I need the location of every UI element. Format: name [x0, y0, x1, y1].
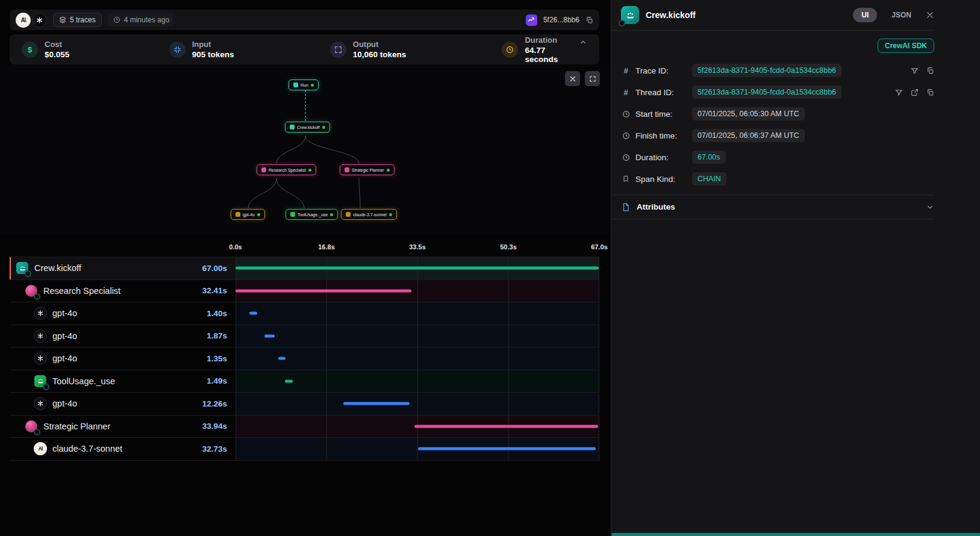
field-label: Start time: — [635, 110, 687, 119]
metric-output-value: 10,060 tokens — [353, 50, 407, 59]
attributes-label: Attributes — [637, 202, 920, 211]
row-name: gpt-4o — [52, 331, 77, 341]
timeline-bar — [414, 425, 598, 428]
field-finish-time: Finish time: 07/01/2025, 06:06:37 AM UTC — [611, 125, 934, 146]
node-label: Run — [301, 83, 308, 87]
hash-icon: # — [621, 88, 631, 97]
graph-node-run[interactable]: Run — [289, 79, 319, 90]
row-duration: 1.35s — [207, 354, 236, 363]
row-duration: 33.94s — [202, 422, 236, 431]
traces-count-badge[interactable]: 5 traces — [53, 13, 102, 27]
node-type-icon — [261, 167, 266, 172]
node-status-dot — [308, 169, 311, 172]
node-status-dot — [387, 169, 390, 172]
panel-header: Crew.kickoff UI JSON — [611, 0, 934, 30]
filter-icon[interactable] — [895, 89, 903, 96]
node-status-dot — [322, 126, 325, 129]
timeline-row[interactable]: A\ claude-3.7-sonnet 32.73s — [10, 438, 599, 461]
timeline-row[interactable]: gpt-4o 1.35s — [10, 347, 599, 370]
node-label: Research Specialist — [269, 168, 306, 172]
node-status-dot — [257, 213, 260, 216]
graph-node-toolusage[interactable]: ToolUsage._use — [286, 209, 338, 220]
metric-input-label: Input — [192, 40, 234, 49]
axis-tick: 16.8s — [318, 243, 335, 251]
anthropic-icon: A\ — [34, 442, 47, 455]
trace-graph[interactable]: Run Crew.kickoff Research Specialist Str… — [0, 64, 611, 234]
duration-value: 67.00s — [692, 151, 726, 164]
timeline-waterfall: 0.0s 16.8s 33.5s 50.3s 67.0s Crew.kicko — [10, 240, 599, 461]
copy-trace-id-button[interactable] — [585, 16, 593, 24]
copy-icon[interactable] — [926, 89, 934, 96]
field-label: Trace ID: — [635, 66, 687, 75]
node-label: Strategic Planner — [352, 168, 384, 172]
field-duration: Duration: 67.00s — [611, 146, 934, 168]
collapse-metrics-button[interactable] — [579, 38, 587, 48]
axis-tick: 0.0s — [229, 243, 242, 251]
tab-ui[interactable]: UI — [853, 8, 877, 22]
graph-node-crew-kickoff[interactable]: Crew.kickoff — [285, 122, 330, 132]
attributes-section-header[interactable]: Attributes — [611, 195, 934, 219]
chevron-up-icon — [579, 38, 587, 46]
panel-title: Crew.kickoff — [646, 10, 696, 20]
trending-up-icon — [528, 16, 535, 23]
metric-cost: $ Cost $0.055 — [22, 40, 169, 59]
external-link-icon[interactable] — [911, 89, 919, 96]
tab-json[interactable]: JSON — [891, 11, 911, 19]
expand-graph-button[interactable] — [585, 71, 600, 86]
thread-id-value[interactable]: 5f2613da-8371-9405-fcdd-0a1534cc8bb6 — [692, 86, 841, 99]
time-ago-label: 4 minutes ago — [124, 16, 169, 24]
row-name: gpt-4o — [52, 399, 77, 408]
field-label: Duration: — [635, 153, 687, 162]
row-name: gpt-4o — [52, 354, 77, 363]
timeline-bar — [343, 402, 410, 405]
agentops-badge-icon — [34, 429, 40, 435]
trend-icon-button[interactable] — [526, 14, 537, 26]
row-duration: 1.49s — [207, 376, 236, 385]
timeline-bar — [264, 334, 275, 337]
close-panel-button[interactable] — [926, 11, 934, 19]
timeline-row[interactable]: gpt-4o 1.40s — [10, 302, 599, 325]
timeline-row[interactable]: gpt-4o 12.26s — [10, 393, 599, 416]
openai-icon — [34, 352, 47, 365]
timeline-row[interactable]: Research Specialist 32.41s — [10, 280, 599, 303]
start-time-value: 07/01/2025, 06:05:30 AM UTC — [692, 107, 805, 120]
trace-short-id: 5f26...8bb6 — [543, 16, 579, 24]
chevron-down-icon[interactable] — [926, 203, 934, 211]
crewai-icon — [16, 261, 29, 275]
openai-icon — [34, 307, 47, 320]
timeline-row[interactable]: Strategic Planner 33.94s — [10, 416, 599, 438]
agent-icon — [25, 420, 38, 433]
close-graph-button[interactable] — [565, 71, 580, 86]
openai-icon — [34, 397, 47, 410]
timeline-row[interactable]: gpt-4o 1.87s — [10, 325, 599, 348]
row-name: ToolUsage._use — [52, 376, 115, 386]
timeline-bar — [278, 357, 286, 360]
timeline-row[interactable]: ToolUsage._use 1.49s — [10, 370, 599, 393]
span-details-panel: Crew.kickoff UI JSON CrewAI SDK # Trace … — [611, 0, 980, 536]
graph-node-research-specialist[interactable]: Research Specialist — [257, 164, 316, 175]
graph-node-gpt-4o[interactable]: gpt-4o — [231, 209, 265, 220]
field-label: Span Kind: — [635, 175, 687, 184]
node-label: ToolUsage._use — [298, 213, 328, 217]
timeline-bar — [285, 379, 293, 382]
trace-viewer-app: A\ 5 traces 4 minutes ago 5f26...8bb6 — [0, 0, 980, 536]
copy-icon[interactable] — [926, 67, 934, 75]
layers-icon — [59, 16, 66, 23]
timeline-bar — [236, 267, 599, 270]
arrows-in-icon — [169, 42, 186, 58]
horizontal-scrollbar[interactable] — [611, 533, 980, 536]
metric-duration: Duration 64.77 seconds — [502, 36, 579, 64]
sdk-badge[interactable]: CrewAI SDK — [878, 39, 934, 53]
row-duration: 1.40s — [207, 309, 236, 318]
node-label: claude-3.7-sonnet — [353, 213, 387, 217]
anthropic-logo-icon: A\ — [16, 13, 31, 28]
timeline-row[interactable]: Crew.kickoff 67.00s — [10, 257, 599, 280]
graph-node-claude[interactable]: claude-3.7-sonnet — [341, 209, 397, 220]
row-name: Crew.kickoff — [34, 263, 81, 273]
metric-cost-label: Cost — [45, 40, 69, 49]
trace-id-value[interactable]: 5f2613da-8371-9405-fcdd-0a1534cc8bb6 — [692, 64, 841, 77]
filter-icon[interactable] — [911, 67, 919, 75]
graph-node-strategic-planner[interactable]: Strategic Planner — [340, 164, 395, 175]
metric-output: Output 10,060 tokens — [330, 40, 502, 59]
row-duration: 32.41s — [202, 286, 236, 295]
